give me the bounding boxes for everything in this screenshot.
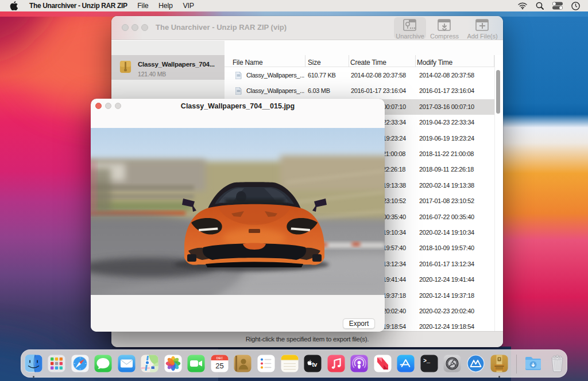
svg-text:tv: tv	[312, 361, 318, 368]
svg-text:>_: >_	[423, 358, 431, 364]
svg-text:25: 25	[215, 361, 223, 370]
svg-text:DEC: DEC	[216, 356, 223, 360]
